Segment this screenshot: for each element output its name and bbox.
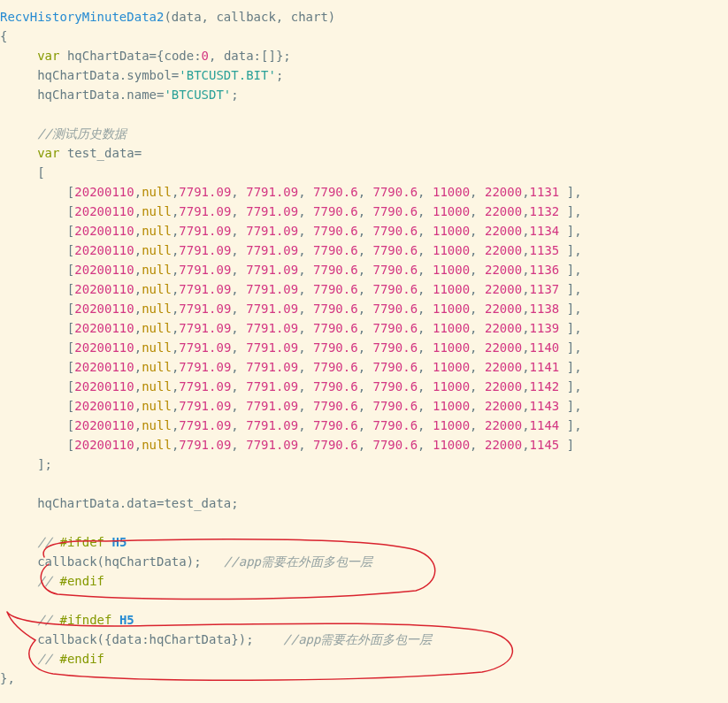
code-block: RecvHistoryMinuteData2(data, callback, c… <box>0 0 728 695</box>
code-content: RecvHistoryMinuteData2(data, callback, c… <box>0 0 728 695</box>
